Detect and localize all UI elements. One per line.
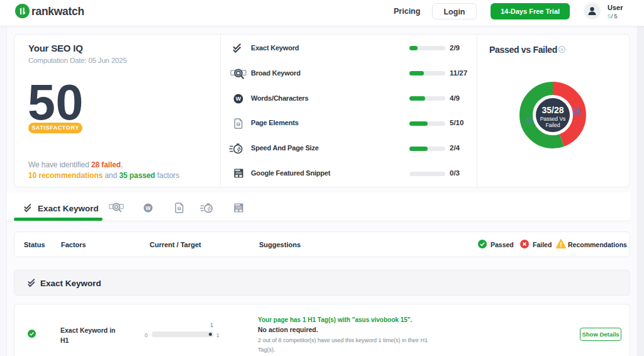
svg-text:Passed Vs: Passed Vs (540, 116, 566, 122)
svg-text:W: W (236, 96, 242, 102)
svg-text:Failed: Failed (545, 122, 560, 128)
svg-text:35/28: 35/28 (541, 105, 564, 115)
svg-text:W: W (146, 205, 151, 211)
